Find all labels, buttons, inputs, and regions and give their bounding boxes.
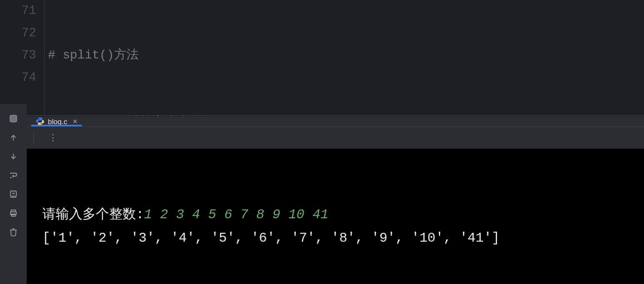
svg-rect-9 (12, 214, 16, 216)
run-config-tab[interactable]: blog.c × (30, 116, 83, 126)
code-line: # split()方法 (48, 45, 295, 67)
close-icon[interactable]: × (73, 117, 77, 126)
up-arrow-icon[interactable] (6, 130, 21, 145)
soft-wrap-icon[interactable] (6, 168, 21, 183)
print-icon[interactable] (6, 205, 21, 221)
comment-token: 方法 (114, 48, 139, 62)
console-prompt: 请输入多个整数: (42, 207, 144, 222)
run-toolbar-right: ⋮ (27, 126, 644, 149)
console-user-input: 1 2 3 4 5 6 7 8 9 10 41 (144, 207, 328, 222)
line-number: 72 (0, 22, 36, 45)
console-result: ['1', '2', '3', '4', '5', '6', '7', '8',… (42, 231, 500, 246)
comment-token: # (48, 48, 62, 62)
side-toolbar-col (0, 126, 27, 284)
panel-tabs: 运行 blog.c × (0, 116, 644, 126)
line-number: 71 (0, 0, 36, 22)
run-panel: 运行 blog.c × (0, 115, 644, 284)
svg-rect-1 (10, 115, 17, 122)
gutter: 71 72 73 74 (0, 0, 45, 115)
run-config-filename: blog.c (48, 117, 67, 126)
line-number: 74 (0, 67, 36, 89)
side-toolbar (0, 104, 27, 240)
line-number: 73 (0, 45, 36, 67)
stop-icon[interactable] (6, 111, 21, 126)
down-arrow-icon[interactable] (6, 149, 21, 164)
toolbar-divider (33, 132, 34, 144)
python-file-icon (36, 117, 45, 126)
comment-token: split() (62, 48, 114, 62)
code-editor[interactable]: 71 72 73 74 # split()方法 a = input('请输入多个… (0, 0, 644, 115)
console-output[interactable]: 请输入多个整数:1 2 3 4 5 6 7 8 9 10 41 ['1', '2… (27, 149, 644, 284)
trash-icon[interactable] (6, 224, 21, 240)
code-content[interactable]: # split()方法 a = input('请输入多个整数:').split(… (45, 0, 295, 115)
more-actions-icon[interactable]: ⋮ (48, 133, 58, 144)
panel-body: ⋮ 请输入多个整数:1 2 3 4 5 6 7 8 9 10 41 ['1', … (0, 126, 644, 284)
scroll-to-end-icon[interactable] (6, 187, 21, 202)
